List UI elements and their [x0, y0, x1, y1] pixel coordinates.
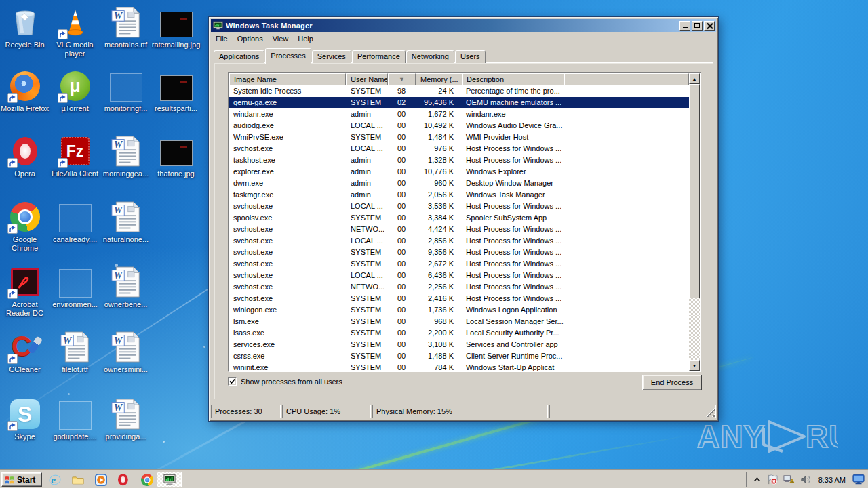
- minimize-button[interactable]: [679, 21, 690, 30]
- desktop-icon-filezilla-client[interactable]: FzFileZilla Client: [50, 134, 100, 178]
- menu-file[interactable]: File: [211, 33, 233, 44]
- titlebar[interactable]: Windows Task Manager: [211, 19, 716, 32]
- desktop-icon-godupdate[interactable]: godupdate....: [50, 397, 100, 441]
- quick-launch-chrome[interactable]: [141, 474, 153, 486]
- process-row-explorer-exe[interactable]: explorer.exeadmin0010,776 KWindows Explo…: [229, 166, 689, 178]
- end-process-button[interactable]: End Process: [642, 375, 702, 390]
- desktop-icon-naturalnone[interactable]: Wnaturalnone...: [101, 200, 151, 244]
- menu-view[interactable]: View: [268, 33, 294, 44]
- status-bar: Processes: 30 CPU Usage: 1% Physical Mem…: [211, 404, 716, 419]
- process-row-svchost-exe[interactable]: svchost.exeNETWO...004,424 KHost Process…: [229, 224, 689, 235]
- desktop-icon-monitoringf[interactable]: monitoringf...: [101, 69, 151, 113]
- desktop-icon-recycle-bin[interactable]: Recycle Bin: [0, 5, 50, 49]
- scroll-down-button[interactable]: ▼: [689, 360, 700, 371]
- process-row-winlogon-exe[interactable]: winlogon.exeSYSTEM001,736 KWindows Logon…: [229, 304, 689, 316]
- process-row-taskmgr-exe[interactable]: taskmgr.exeadmin002,056 KWindows Task Ma…: [229, 189, 689, 201]
- process-row-windanr-exe[interactable]: windanr.exeadmin001,672 Kwindanr.exe: [229, 108, 689, 120]
- desktop-icon-ownersmini[interactable]: Wownersmini...: [101, 330, 151, 374]
- tab-processes[interactable]: Processes: [265, 48, 311, 64]
- desktop-icon-acrobat-reader-dc[interactable]: Acrobat Reader DC: [0, 265, 50, 318]
- maximize-button[interactable]: [692, 21, 703, 30]
- desktop-icon-google-chrome[interactable]: Google Chrome: [0, 200, 50, 253]
- volume-icon[interactable]: [800, 474, 812, 485]
- start-button[interactable]: Start: [1, 472, 42, 487]
- menu-help[interactable]: Help: [293, 33, 318, 44]
- column-header-cpu-sort[interactable]: ▼: [388, 73, 416, 85]
- scrollbar-thumb[interactable]: [689, 84, 700, 298]
- process-cell: LOCAL ...: [346, 270, 388, 281]
- process-cell: 00: [388, 120, 416, 131]
- show-hidden-icons-chevron[interactable]: [753, 476, 761, 483]
- process-row-svchost-exe[interactable]: svchost.exeSYSTEM002,672 KHost Process f…: [229, 258, 689, 270]
- process-cell: windanr.exe: [229, 108, 346, 120]
- process-row-svchost-exe[interactable]: svchost.exeLOCAL ...00976 KHost Process …: [229, 143, 689, 155]
- network-warning-icon[interactable]: [783, 474, 795, 485]
- process-row-svchost-exe[interactable]: svchost.exeLOCAL ...002,856 KHost Proces…: [229, 235, 689, 247]
- scroll-up-button[interactable]: ▲: [689, 73, 700, 84]
- process-cell: Local Security Authority Pr...: [462, 327, 564, 339]
- desktop-icon-skype[interactable]: SSkype: [0, 397, 50, 441]
- process-cell: 00: [388, 339, 416, 350]
- process-row-svchost-exe[interactable]: svchost.exeLOCAL ...003,536 KHost Proces…: [229, 201, 689, 212]
- quick-launch-internet-explorer[interactable]: e: [49, 474, 61, 486]
- tab-performance[interactable]: Performance: [352, 50, 406, 63]
- tab-services[interactable]: Services: [312, 50, 351, 63]
- process-row-svchost-exe[interactable]: svchost.exeSYSTEM009,356 KHost Process f…: [229, 247, 689, 258]
- process-row-qemu-ga-exe[interactable]: qemu-ga.exeSYSTEM0295,436 KQEMU machine …: [229, 97, 689, 108]
- column-header-memory[interactable]: Memory (...: [416, 73, 462, 85]
- process-row-system-idle-process[interactable]: System Idle ProcessSYSTEM9824 KPercentag…: [229, 85, 689, 97]
- process-cell: Windows Logon Application: [462, 304, 564, 316]
- close-button[interactable]: [704, 21, 715, 30]
- display-monitor-icon[interactable]: [852, 474, 865, 485]
- shortcut-overlay-icon: [58, 93, 68, 103]
- ghost-icon: [59, 265, 92, 299]
- process-cell: Windows Start-Up Applicat: [462, 362, 564, 371]
- process-row-wininit-exe[interactable]: wininit.exeSYSTEM00784 KWindows Start-Up…: [229, 362, 689, 371]
- quick-launch-windows-explorer[interactable]: [72, 474, 84, 486]
- column-header-image-name[interactable]: Image Name: [229, 73, 346, 85]
- vertical-scrollbar[interactable]: ▲ ▼: [689, 73, 700, 371]
- column-header-description[interactable]: Description: [462, 73, 564, 85]
- process-row-csrss-exe[interactable]: csrss.exeSYSTEM001,488 KClient Server Ru…: [229, 350, 689, 362]
- quick-launch-opera[interactable]: [118, 474, 130, 486]
- desktop-icon-canalready[interactable]: canalready....: [50, 200, 100, 244]
- desktop-icon-ownerbene[interactable]: Wownerbene...: [101, 265, 151, 309]
- action-center-flag-icon[interactable]: [766, 474, 778, 485]
- resize-grip[interactable]: [706, 408, 715, 417]
- desktop-icon-filelot-rtf[interactable]: Wfilelot.rtf: [50, 330, 100, 374]
- desktop-icon-providinga[interactable]: Wprovidinga...: [101, 397, 151, 441]
- process-row-wmiprvse-exe[interactable]: WmiPrvSE.exeSYSTEM001,484 KWMI Provider …: [229, 131, 689, 143]
- desktop-icon-thatone-jpg[interactable]: thatone.jpg: [151, 134, 201, 178]
- process-row-taskhost-exe[interactable]: taskhost.exeadmin001,328 KHost Process f…: [229, 155, 689, 166]
- process-row-services-exe[interactable]: services.exeSYSTEM003,108 KServices and …: [229, 339, 689, 350]
- desktop-icon-ccleaner[interactable]: CCCleaner: [0, 330, 50, 374]
- quick-launch-media-player[interactable]: [95, 474, 107, 486]
- desktop-icon-ratemailing-jpg[interactable]: ratemailing.jpg: [151, 5, 201, 49]
- process-row-dwm-exe[interactable]: dwm.exeadmin00960 KDesktop Window Manage…: [229, 178, 689, 189]
- column-header-user-name[interactable]: User Name: [346, 73, 388, 85]
- process-row-svchost-exe[interactable]: svchost.exeLOCAL ...006,436 KHost Proces…: [229, 270, 689, 281]
- desktop-icon-µtorrent[interactable]: µµTorrent: [50, 69, 100, 113]
- desktop-icon-mozilla-firefox[interactable]: Mozilla Firefox: [0, 69, 50, 113]
- process-row-lsm-exe[interactable]: lsm.exeSYSTEM00968 KLocal Session Manage…: [229, 316, 689, 327]
- desktop-icon-morninggea[interactable]: Wmorninggea...: [101, 134, 151, 178]
- process-row-spoolsv-exe[interactable]: spoolsv.exeSYSTEM003,384 KSpooler SubSys…: [229, 212, 689, 224]
- desktop-icon-environmen[interactable]: environmen...: [50, 265, 100, 309]
- process-cell: SYSTEM: [346, 316, 388, 327]
- desktop-icon-resultsparti[interactable]: resultsparti...: [151, 69, 201, 113]
- process-row-audiodg-exe[interactable]: audiodg.exeLOCAL ...0010,492 KWindows Au…: [229, 120, 689, 131]
- process-cell: admin: [346, 108, 388, 120]
- show-all-users-checkbox[interactable]: [228, 377, 237, 386]
- taskbar-button-task-manager[interactable]: [157, 472, 182, 487]
- process-row-svchost-exe[interactable]: svchost.exeNETWO...002,256 KHost Process…: [229, 281, 689, 293]
- desktop-icon-mcontains-rtf[interactable]: Wmcontains.rtf: [101, 5, 151, 49]
- desktop-icon-vlc-media-player[interactable]: VLC media player: [50, 5, 100, 58]
- tab-networking[interactable]: Networking: [406, 50, 454, 63]
- tab-users[interactable]: Users: [455, 50, 486, 63]
- menu-options[interactable]: Options: [233, 33, 268, 44]
- process-row-lsass-exe[interactable]: lsass.exeSYSTEM002,200 KLocal Security A…: [229, 327, 689, 339]
- clock[interactable]: 8:33 AM: [817, 476, 847, 484]
- desktop-icon-opera[interactable]: Opera: [0, 134, 50, 178]
- process-row-svchost-exe[interactable]: svchost.exeSYSTEM002,416 KHost Process f…: [229, 293, 689, 304]
- tab-applications[interactable]: Applications: [214, 50, 264, 63]
